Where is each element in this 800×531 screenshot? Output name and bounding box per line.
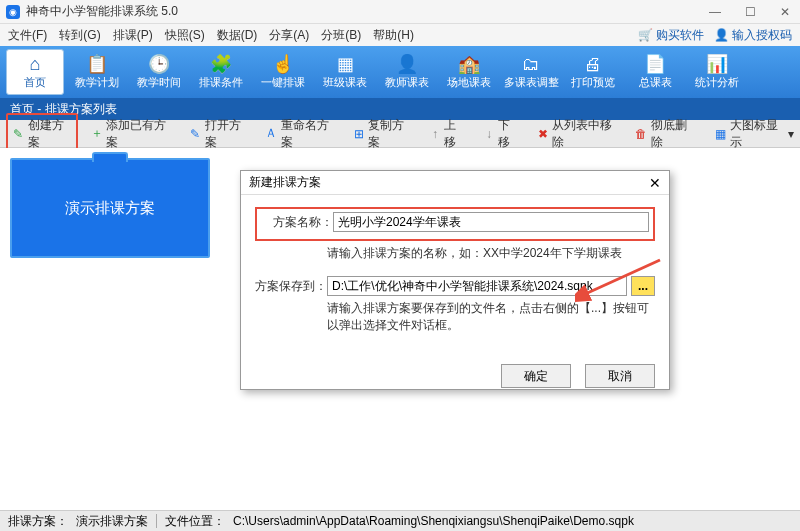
enter-auth-link[interactable]: 👤 输入授权码 bbox=[714, 27, 792, 44]
toolbar-total-table[interactable]: 📄总课表 bbox=[626, 49, 684, 95]
add-existing-button[interactable]: ＋添加已有方案 bbox=[86, 115, 176, 153]
building-icon: 🏫 bbox=[458, 55, 480, 73]
toolbar-teacher-table[interactable]: 👤教师课表 bbox=[378, 49, 436, 95]
plus-icon: ＋ bbox=[90, 127, 103, 141]
remove-icon: ✖ bbox=[537, 127, 550, 141]
status-bar: 排课方案： 演示排课方案 文件位置： C:\Users\admin\AppDat… bbox=[0, 510, 800, 531]
remove-from-list-button[interactable]: ✖从列表中移除 bbox=[533, 115, 623, 153]
chart-icon: 📊 bbox=[706, 55, 728, 73]
delete-button[interactable]: 🗑彻底删除 bbox=[631, 115, 699, 153]
toolbar-conditions[interactable]: 🧩排课条件 bbox=[192, 49, 250, 95]
toolbar-venue-table[interactable]: 🏫场地课表 bbox=[440, 49, 498, 95]
menu-help[interactable]: 帮助(H) bbox=[373, 27, 414, 44]
cancel-button[interactable]: 取消 bbox=[585, 364, 655, 388]
open-icon: ✎ bbox=[189, 127, 202, 141]
user-icon: 👤 bbox=[714, 28, 729, 42]
toolbar-one-click[interactable]: ☝一键排课 bbox=[254, 49, 312, 95]
card-title: 演示排课方案 bbox=[65, 199, 155, 218]
plus-doc-icon: ✎ bbox=[12, 127, 25, 141]
toolbar-print[interactable]: 🖨打印预览 bbox=[564, 49, 622, 95]
dialog-close-button[interactable]: ✕ bbox=[649, 175, 661, 191]
minimize-button[interactable]: — bbox=[705, 5, 725, 19]
toolbar-class-table[interactable]: ▦班级课表 bbox=[316, 49, 374, 95]
move-down-button[interactable]: ↓下移 bbox=[479, 115, 525, 153]
teacher-icon: 👤 bbox=[396, 55, 418, 73]
toolbar-teach-time[interactable]: 🕒教学时间 bbox=[130, 49, 188, 95]
ok-button[interactable]: 确定 bbox=[501, 364, 571, 388]
toolbar-home[interactable]: ⌂首页 bbox=[6, 49, 64, 95]
dialog-header: 新建排课方案 ✕ bbox=[241, 171, 669, 195]
chevron-down-icon: ▾ bbox=[788, 127, 794, 141]
copy-icon: ⊞ bbox=[352, 127, 365, 141]
name-label: 方案名称： bbox=[261, 214, 333, 231]
arrow-down-icon: ↓ bbox=[483, 127, 496, 141]
scheme-path-input[interactable] bbox=[327, 276, 627, 296]
new-scheme-dialog: 新建排课方案 ✕ 方案名称： 请输入排课方案的名称，如：XX中学2024年下学期… bbox=[240, 170, 670, 390]
name-hint: 请输入排课方案的名称，如：XX中学2024年下学期课表 bbox=[327, 245, 655, 262]
stack-icon: 🗂 bbox=[522, 55, 540, 73]
toolbar-multi-adjust[interactable]: 🗂多课表调整 bbox=[502, 49, 560, 95]
app-icon: ◉ bbox=[6, 5, 20, 19]
menu-class[interactable]: 分班(B) bbox=[321, 27, 361, 44]
toolbar-stats[interactable]: 📊统计分析 bbox=[688, 49, 746, 95]
toolbar-teach-plan[interactable]: 📋教学计划 bbox=[68, 49, 126, 95]
puzzle-icon: 🧩 bbox=[210, 55, 232, 73]
printer-icon: 🖨 bbox=[584, 55, 602, 73]
clock-icon: 🕒 bbox=[148, 55, 170, 73]
card-tab bbox=[92, 152, 128, 162]
document-icon: 📄 bbox=[644, 55, 666, 73]
copy-scheme-button[interactable]: ⊞复制方案 bbox=[348, 115, 416, 153]
menu-snapshot[interactable]: 快照(S) bbox=[165, 27, 205, 44]
path-label: 方案保存到： bbox=[255, 278, 327, 295]
status-path-value: C:\Users\admin\AppData\Roaming\Shenqixia… bbox=[233, 514, 634, 528]
window-title: 神奇中小学智能排课系统 5.0 bbox=[26, 3, 705, 20]
main-toolbar: ⌂首页 📋教学计划 🕒教学时间 🧩排课条件 ☝一键排课 ▦班级课表 👤教师课表 … bbox=[0, 46, 800, 98]
menu-list: 文件(F) 转到(G) 排课(P) 快照(S) 数据(D) 分享(A) 分班(B… bbox=[8, 27, 414, 44]
grid-view-icon: ▦ bbox=[715, 127, 726, 141]
move-up-button[interactable]: ↑上移 bbox=[425, 115, 471, 153]
status-scheme-label: 排课方案： bbox=[8, 513, 68, 530]
menu-schedule[interactable]: 排课(P) bbox=[113, 27, 153, 44]
arrow-up-icon: ↑ bbox=[429, 127, 442, 141]
auth-label: 输入授权码 bbox=[732, 27, 792, 44]
maximize-button[interactable]: ☐ bbox=[741, 5, 760, 19]
dialog-title: 新建排课方案 bbox=[249, 174, 649, 191]
path-hint: 请输入排课方案要保存到的文件名，点击右侧的【...】按钮可以弹出选择文件对话框。 bbox=[327, 300, 655, 334]
sub-toolbar: ✎创建方案 ＋添加已有方案 ✎打开方案 Ａ重命名方案 ⊞复制方案 ↑上移 ↓下移… bbox=[0, 120, 800, 148]
browse-button[interactable]: ... bbox=[631, 276, 655, 296]
trash-icon: 🗑 bbox=[635, 127, 648, 141]
status-path-label: 文件位置： bbox=[165, 513, 225, 530]
scheme-name-input[interactable] bbox=[333, 212, 649, 232]
open-scheme-button[interactable]: ✎打开方案 bbox=[185, 115, 253, 153]
buy-software-link[interactable]: 🛒 购买软件 bbox=[638, 27, 704, 44]
name-row-highlight: 方案名称： bbox=[255, 207, 655, 241]
rename-scheme-button[interactable]: Ａ重命名方案 bbox=[261, 115, 340, 153]
close-button[interactable]: ✕ bbox=[776, 5, 794, 19]
cart-icon: 🛒 bbox=[638, 28, 653, 42]
clipboard-icon: 📋 bbox=[86, 55, 108, 73]
menu-file[interactable]: 文件(F) bbox=[8, 27, 47, 44]
buy-label: 购买软件 bbox=[656, 27, 704, 44]
home-icon: ⌂ bbox=[30, 55, 41, 73]
menu-bar: 文件(F) 转到(G) 排课(P) 快照(S) 数据(D) 分享(A) 分班(B… bbox=[0, 24, 800, 46]
menu-share[interactable]: 分享(A) bbox=[269, 27, 309, 44]
scheme-card[interactable]: 演示排课方案 bbox=[10, 158, 210, 258]
hand-icon: ☝ bbox=[272, 55, 294, 73]
view-mode-dropdown[interactable]: ▦ 大图标显示 ▾ bbox=[715, 117, 794, 151]
rename-icon: Ａ bbox=[265, 127, 278, 141]
menu-goto[interactable]: 转到(G) bbox=[59, 27, 100, 44]
grid-icon: ▦ bbox=[337, 55, 354, 73]
status-scheme-value: 演示排课方案 bbox=[76, 513, 148, 530]
menu-data[interactable]: 数据(D) bbox=[217, 27, 258, 44]
window-titlebar: ◉ 神奇中小学智能排课系统 5.0 — ☐ ✕ bbox=[0, 0, 800, 24]
